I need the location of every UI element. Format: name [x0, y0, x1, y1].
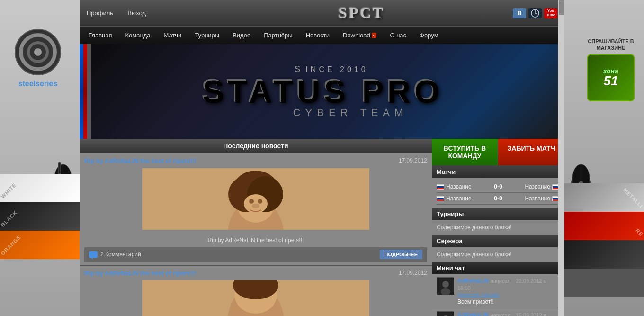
chat-author-1[interactable]: AdReNaLiN	[457, 278, 489, 284]
bar-black: BLACK	[0, 202, 80, 231]
matches-widget-body: Название 0-0 Название Название	[432, 178, 564, 208]
match-team2-name-1: Название	[525, 183, 550, 190]
scrollbar-thumb[interactable]	[559, 0, 564, 15]
top-bar: Профиль Выход SPCT В YouTube	[80, 0, 564, 26]
news-caption-1: Rip by AdReNaLiN the best of ripers!!!	[84, 235, 427, 245]
match-score-1: 0-0	[494, 183, 502, 190]
chat-widget: Мини чат AdReNaLiN написал 22.09.2012 в …	[432, 262, 564, 316]
nav-logout[interactable]: Выход	[127, 9, 146, 17]
nav-about[interactable]: О нас	[383, 27, 413, 45]
nav-forum[interactable]: Форум	[413, 27, 445, 45]
vk-icon[interactable]: В	[513, 8, 526, 18]
banner-stripe-red	[83, 44, 87, 139]
news-section: Последние новости Rip by AdReNaLiN the b…	[80, 139, 432, 316]
left-sidebar: steelseries WHITE BLACK ORANGE	[0, 0, 80, 316]
left-color-bars: WHITE BLACK ORANGE	[0, 174, 80, 316]
nav-video[interactable]: Видео	[226, 27, 257, 45]
news-item-2-header: Rip by AdReNaLiN the best of ripers!!! 1…	[84, 270, 427, 277]
nav-team[interactable]: Команда	[118, 27, 157, 45]
main-nav: Главная Команда Матчи Турниры Видео Парт…	[80, 26, 564, 44]
youtube-icon[interactable]: YouTube	[544, 8, 557, 18]
steam-icon[interactable]	[528, 8, 542, 18]
banner-title: STATUS PRO	[202, 74, 442, 107]
svg-point-23	[252, 204, 259, 208]
nav-news[interactable]: Новости	[299, 27, 336, 45]
steelseries-brand: steelseries	[5, 80, 71, 88]
svg-point-29	[442, 281, 449, 288]
chat-link-1[interactable]: Написать письмо	[457, 292, 560, 298]
nav-download[interactable]: Download <	[336, 27, 384, 45]
chat-content-2: AdReNaLiN написал 15.09.2012 в 22:14	[457, 311, 560, 316]
servers-widget: Сервера Содержимое данного блока!	[432, 235, 564, 262]
news-date-1: 17.09.2012	[399, 157, 427, 164]
chat-action-1: написал	[491, 278, 510, 284]
news-footer-1: 2 Комментарий ПОДРОБНЕЕ	[84, 247, 427, 262]
bar-red: RE	[564, 212, 644, 240]
chat-content-1: AdReNaLiN написал 22.09.2012 в 16:10 Нап…	[457, 277, 560, 305]
chat-author-2[interactable]: AdReNaLiN	[457, 312, 489, 316]
right-panel: ВСТУПИТЬ В КОМАНДУ ЗАБИТЬ МАТЧ Матчи Наз…	[432, 139, 564, 316]
join-team-btn[interactable]: ВСТУПИТЬ В КОМАНДУ	[432, 139, 498, 165]
news-item-1: Rip by AdReNaLiN the best of ripers!!! 1…	[80, 153, 432, 266]
zona51-name: зона 51	[603, 68, 618, 88]
steelseries-logo: steelseries	[5, 28, 71, 88]
news-item-1-header: Rip by AdReNaLiN the best of ripers!!! 1…	[84, 157, 427, 164]
news-date-2: 17.09.2012	[399, 270, 427, 277]
top-nav-links: Профиль Выход	[87, 9, 146, 17]
scrollbar[interactable]	[558, 0, 564, 316]
news-photo-2	[142, 280, 369, 316]
banner-stripe-white	[87, 44, 91, 139]
bar-black-label: BLACK	[0, 209, 18, 228]
bar-metallic: METALLI	[564, 183, 644, 212]
nav-tournaments[interactable]: Турниры	[188, 27, 226, 45]
banner-stripe-blue	[80, 44, 83, 139]
match-team1-row1: Название	[437, 183, 472, 190]
chat-avatar-2	[437, 311, 454, 316]
chat-message-1: AdReNaLiN написал 22.09.2012 в 16:10 Нап…	[432, 274, 564, 308]
site-banner: SINCE 2010 STATUS PRO CYBER TEAM	[80, 44, 564, 139]
servers-widget-content: Содержимое данного блока!	[432, 247, 564, 262]
chat-message-2: AdReNaLiN написал 15.09.2012 в 22:14	[432, 308, 564, 316]
servers-widget-header: Сервера	[432, 235, 564, 247]
svg-point-21	[249, 199, 254, 204]
zona51-logo[interactable]: зона 51	[587, 54, 635, 101]
bar-black-right	[564, 240, 644, 269]
match-team1-name-2: Название	[446, 195, 472, 202]
download-badge: <	[372, 33, 377, 38]
more-btn-1[interactable]: ПОДРОБНЕЕ	[380, 250, 422, 259]
nav-partners[interactable]: Партнёры	[257, 27, 299, 45]
bar-white-label: WHITE	[0, 182, 18, 199]
flag-ru-1	[437, 184, 444, 190]
nav-matches[interactable]: Матчи	[157, 27, 188, 45]
matches-widget: Матчи Название 0-0 Название	[432, 165, 564, 208]
bar-metallic-label: METALLI	[622, 187, 644, 209]
steelseries-brand-plain: steel	[18, 80, 36, 88]
zona51-ad[interactable]: СПРАШИВАЙТЕ В МАГАЗИНЕ зона 51	[582, 38, 639, 101]
bar-orange: ORANGE	[0, 231, 80, 259]
news-comments-count-1: 2 Комментарий	[100, 251, 141, 258]
nav-profile[interactable]: Профиль	[87, 9, 113, 17]
bar-red-label: RE	[635, 227, 644, 237]
action-buttons: ВСТУПИТЬ В КОМАНДУ ЗАБИТЬ МАТЧ	[432, 139, 564, 165]
news-image-2	[84, 280, 427, 316]
social-icons: В YouTube	[513, 8, 557, 18]
bar-dark-right	[564, 269, 644, 297]
steelseries-brand-accent: series	[36, 80, 57, 88]
match-team2-name-2: Название	[525, 195, 550, 202]
steelseries-icon	[14, 28, 62, 76]
news-title-1[interactable]: Rip by AdReNaLiN the best of ripers!!!	[84, 157, 196, 164]
book-match-btn[interactable]: ЗАБИТЬ МАТЧ	[498, 139, 564, 165]
match-score-2: 0-0	[494, 195, 502, 202]
site-logo: SPCT	[339, 4, 385, 22]
chat-text-1: Всем привет!!	[457, 298, 560, 305]
chat-header: Мини чат	[432, 262, 564, 274]
news-image-1	[84, 168, 427, 231]
right-color-bars: METALLI RE	[564, 183, 644, 316]
news-title-2[interactable]: Rip by AdReNaLiN the best of ripers!!!	[84, 270, 196, 277]
news-comments-1: 2 Комментарий	[89, 251, 141, 258]
match-team1-name-1: Название	[446, 183, 472, 190]
match-team1-row2: Название	[437, 195, 472, 202]
match-row-1: Название 0-0 Название	[437, 181, 560, 193]
svg-point-22	[258, 199, 262, 204]
nav-home[interactable]: Главная	[82, 27, 118, 45]
